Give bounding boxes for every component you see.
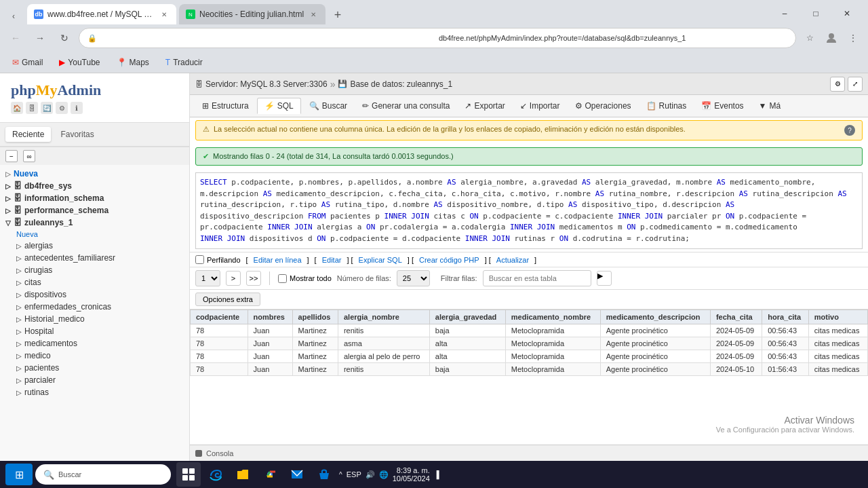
tree-item-historial[interactable]: ▷ Historial_medico <box>0 313 189 325</box>
pma-tab-recent[interactable]: Reciente <box>5 127 51 142</box>
tree-item-citas[interactable]: ▷ citas <box>0 276 189 288</box>
pma-expand-icon[interactable]: ⤢ <box>848 77 863 92</box>
tray-expand[interactable]: ^ <box>339 471 342 478</box>
tree-item-pacientes[interactable]: ▷ pacientes <box>0 362 189 374</box>
pma-toolbar: ⊞ Estructura ⚡ SQL 🔍 Buscar ✏ Generar un… <box>190 95 868 117</box>
new-tab-btn[interactable]: + <box>328 5 347 24</box>
pma-tab-operations[interactable]: ⚙ Operaciones <box>568 98 638 113</box>
tab-inactive[interactable]: N Neocities - Editing julian.html ✕ <box>179 4 326 24</box>
tree-label-rutinas: rutinas <box>24 388 49 397</box>
update-link[interactable]: Actualizar <box>496 256 529 264</box>
pma-tab-query[interactable]: ✏ Generar una consulta <box>355 98 456 113</box>
back-tabs-btn[interactable]: ‹ <box>5 8 22 24</box>
tree-label-perf: performance_schema <box>24 206 108 215</box>
events-icon: 📅 <box>701 101 711 111</box>
tree-item-dispositivos[interactable]: ▷ dispositivos <box>0 288 189 301</box>
more-menu-btn[interactable]: ⋮ <box>844 29 863 48</box>
maximize-btn[interactable]: □ <box>800 3 831 24</box>
options-extra-btn[interactable]: Opciones extra <box>195 293 260 306</box>
pma-db-icon[interactable]: 🗄 <box>26 102 38 114</box>
pma-tab-export[interactable]: ↗ Exportar <box>458 98 511 113</box>
page-select[interactable]: 1 <box>195 270 220 286</box>
pma-collapse-btn[interactable]: − <box>5 150 18 162</box>
pma-tab-more[interactable]: ▼ Má <box>752 98 788 113</box>
edit-inline-link[interactable]: Editar en línea <box>254 256 302 264</box>
tree-item-rutinas[interactable]: ▷ rutinas <box>0 386 189 398</box>
rows-select[interactable]: 25 50 100 <box>397 270 430 286</box>
sep3: ] [ <box>347 256 353 264</box>
bookmark-youtube[interactable]: ▶ YouTube <box>55 56 104 69</box>
tree-item-parcialer[interactable]: ▷ parcialer <box>0 374 189 386</box>
pma-tab-favorites[interactable]: Favoritas <box>54 127 100 142</box>
taskbar-app-icons <box>176 462 336 487</box>
tray-show-desktop[interactable]: ▐ <box>434 470 439 478</box>
tree-item-new[interactable]: ▷ Nueva <box>0 168 189 180</box>
filter-go-btn[interactable]: ▶ <box>597 271 612 286</box>
taskbar-task-view[interactable] <box>176 462 201 487</box>
taskbar-files-icon[interactable] <box>231 462 255 487</box>
tree-item-medicamentos[interactable]: ▷ medicamentos <box>0 337 189 350</box>
tree-item-info[interactable]: ▷ 🗄 information_schema <box>0 192 189 204</box>
taskbar-search[interactable]: 🔍 Buscar <box>35 464 171 485</box>
address-input[interactable]: 🔒 db4free.net/phpMyAdmin/index.php?route… <box>79 28 796 48</box>
pma-tab-routines[interactable]: 📋 Rutinas <box>639 98 694 113</box>
bookmark-translate[interactable]: T Traducir <box>161 56 207 69</box>
create-php-link[interactable]: Crear código PHP <box>419 256 479 264</box>
tab-close-2[interactable]: ✕ <box>308 9 319 20</box>
tray-volume[interactable]: 🔊 <box>366 470 375 479</box>
forward-btn[interactable]: → <box>30 28 50 48</box>
taskbar-store-icon[interactable] <box>312 462 336 487</box>
taskbar-edge-icon[interactable] <box>203 462 228 487</box>
minimize-btn[interactable]: – <box>769 3 800 24</box>
cell-motivo: citas medicas <box>808 363 867 376</box>
pma-tab-sql[interactable]: ⚡ SQL <box>257 98 301 114</box>
pma-tab-sql-label: SQL <box>277 101 294 111</box>
tree-item-zule[interactable]: ▽ 🗄 zuleannys_1 <box>0 217 189 229</box>
pma-tab-events[interactable]: 📅 Eventos <box>694 98 750 113</box>
back-btn[interactable]: ← <box>5 28 26 48</box>
pma-help-btn[interactable]: ? <box>844 125 855 136</box>
show-all-checkbox[interactable] <box>278 274 287 283</box>
reload-btn[interactable]: ↻ <box>54 28 75 48</box>
taskbar-mail-icon[interactable] <box>285 462 309 487</box>
bookmark-gmail[interactable]: ✉ Gmail <box>8 56 47 69</box>
tree-item-cirugias[interactable]: ▷ cirugias <box>0 264 189 276</box>
tree-item-alergias[interactable]: ▷ alergias <box>0 240 189 252</box>
star-icon[interactable]: ☆ <box>800 29 819 48</box>
tray-network[interactable]: 🌐 <box>379 470 389 479</box>
profile-icon[interactable] <box>822 29 841 48</box>
pma-settings-header-icon[interactable]: ⚙ <box>830 77 845 92</box>
pma-info-icon[interactable]: ℹ <box>71 102 83 114</box>
pma-refresh-icon[interactable]: 🔄 <box>41 102 53 114</box>
taskbar-chrome-icon[interactable] <box>258 462 282 487</box>
cell-codpaciente: 78 <box>191 350 248 363</box>
pma-tab-search[interactable]: 🔍 Buscar <box>302 98 354 113</box>
profiling-checkbox[interactable] <box>195 255 204 264</box>
tree-item-medico[interactable]: ▷ medico <box>0 350 189 362</box>
pma-tab-import[interactable]: ↙ Importar <box>513 98 567 113</box>
tree-item-antecedentes[interactable]: ▷ antecedentes_familiaresr <box>0 252 189 264</box>
pma-home-icon[interactable]: 🏠 <box>11 102 23 114</box>
tree-item-db4free[interactable]: ▷ 🗄 db4free_sys <box>0 180 189 192</box>
explain-sql-link[interactable]: Explicar SQL <box>359 256 402 264</box>
pma-tab-structure[interactable]: ⊞ Estructura <box>195 98 256 113</box>
cell-fecha_cita: 2024-05-09 <box>710 350 762 363</box>
tree-item-perf[interactable]: ▷ 🗄 performance_schema <box>0 204 189 217</box>
start-btn[interactable]: ⊞ <box>5 464 33 485</box>
filter-input[interactable] <box>483 270 591 286</box>
tree-item-enfermedades[interactable]: ▷ enfermedades_cronicas <box>0 301 189 313</box>
pma-link-btn[interactable]: ∞ <box>23 150 35 162</box>
tree-item-hospital[interactable]: ▷ Hospital <box>0 325 189 337</box>
page-last-btn[interactable]: >> <box>246 271 261 286</box>
tab-close-1[interactable]: ✕ <box>159 9 170 20</box>
tree-item-nueva2[interactable]: Nueva <box>0 229 189 240</box>
pma-logo-icons: 🏠 🗄 🔄 ⚙ ℹ <box>11 102 178 114</box>
tab-active[interactable]: db www.db4free.net / MySQL 8.3 S... ✕ <box>27 4 176 24</box>
close-btn[interactable]: ✕ <box>831 3 863 24</box>
pma-settings-icon[interactable]: ⚙ <box>56 102 68 114</box>
bookmark-maps[interactable]: 📍 Maps <box>113 56 153 69</box>
cell-medicamento_descripcion: Agente procinético <box>600 350 710 363</box>
edit-link[interactable]: Editar <box>322 256 342 264</box>
page-next-btn[interactable]: > <box>226 271 241 286</box>
address-text: db4free.net/phpMyAdmin/index.php?route=/… <box>439 34 787 42</box>
